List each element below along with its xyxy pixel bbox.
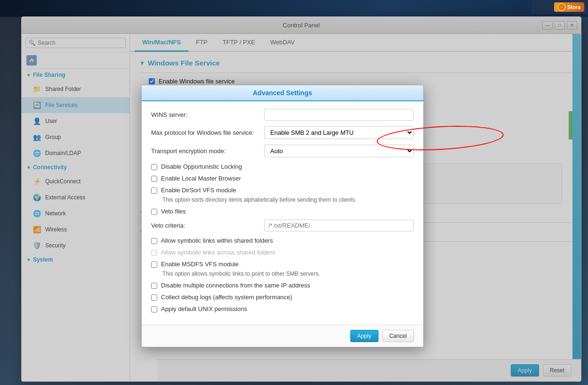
disable-opportunistic-locking-checkbox[interactable] — [151, 164, 157, 170]
wins-server-row: WINS server: — [151, 109, 414, 121]
disable-multiple-connections-label: Disable multiple connections from the sa… — [161, 282, 310, 289]
collect-debug-logs-checkbox[interactable] — [151, 295, 157, 301]
disable-opportunistic-locking-row: Disable Opportunistic Locking — [151, 163, 414, 170]
allow-symlinks-shared-label: Allow symbolic links within shared folde… — [161, 237, 273, 244]
allow-symlinks-shared-row: Allow symbolic links within shared folde… — [151, 237, 414, 244]
dialog-apply-button[interactable]: Apply — [350, 330, 379, 342]
dialog-title: Advanced Settings — [253, 89, 312, 97]
dirsort-note: This option sorts directory items alphab… — [151, 197, 414, 203]
desktop: Stora Control Panel — □ ✕ — [0, 0, 588, 385]
transport-encryption-label: Transport encryption mode: — [151, 147, 264, 155]
max-protocol-label: Max protocol for Windows file service: — [151, 129, 264, 136]
allow-symlinks-across-label: Allow symbolic links across shared folde… — [161, 249, 275, 256]
transport-encryption-select[interactable]: Auto Disabled Required — [264, 145, 414, 157]
wins-server-input[interactable] — [264, 109, 414, 121]
disable-multiple-connections-checkbox[interactable] — [151, 283, 157, 289]
max-protocol-select[interactable]: Enable SMB 1 only Enable SMB 2 and Large… — [264, 126, 414, 139]
enable-msdfs-row: Enable MSDFS VFS module — [151, 261, 414, 268]
apply-unix-permissions-label: Apply default UNIX permissions — [161, 305, 247, 312]
allow-symlinks-across-checkbox — [151, 250, 157, 256]
apply-unix-permissions-checkbox[interactable] — [151, 306, 157, 312]
enable-msdfs-checkbox[interactable] — [151, 262, 157, 268]
disable-multiple-connections-row: Disable multiple connections from the sa… — [151, 282, 414, 289]
storage-badge: Stora — [554, 2, 584, 12]
enable-dirsort-row: Enable DirSort VFS module — [151, 187, 414, 194]
transport-encryption-row: Transport encryption mode: Auto Disabled… — [151, 145, 414, 157]
advanced-settings-dialog: Advanced Settings WINS server: Max proto… — [141, 85, 424, 347]
msdfs-note: This option allows symbolic links to poi… — [151, 270, 414, 277]
dialog-cancel-button[interactable]: Cancel — [382, 330, 414, 342]
apply-unix-permissions-row: Apply default UNIX permissions — [151, 305, 414, 312]
veto-criteria-label: Veto criteria: — [151, 222, 264, 229]
enable-dirsort-label: Enable DirSort VFS module — [161, 187, 236, 194]
max-protocol-row: Max protocol for Windows file service: E… — [151, 126, 414, 139]
veto-files-checkbox[interactable] — [151, 209, 157, 215]
veto-criteria-row: Veto criteria: — [151, 220, 414, 231]
disable-opportunistic-locking-label: Disable Opportunistic Locking — [161, 163, 242, 170]
veto-criteria-input[interactable] — [264, 220, 414, 231]
collect-debug-logs-row: Collect debug logs (affects system perfo… — [151, 294, 414, 301]
veto-files-row: Veto files — [151, 208, 414, 215]
storage-label: Stora — [567, 4, 580, 10]
allow-symlinks-across-row: Allow symbolic links across shared folde… — [151, 249, 414, 256]
storage-icon — [558, 3, 565, 11]
veto-files-label: Veto files — [161, 208, 186, 215]
dialog-body: WINS server: Max protocol for Windows fi… — [142, 101, 423, 325]
allow-symlinks-shared-checkbox[interactable] — [151, 238, 157, 244]
enable-dirsort-checkbox[interactable] — [151, 188, 157, 194]
enable-local-master-browser-row: Enable Local Master Browser — [151, 175, 414, 182]
enable-msdfs-label: Enable MSDFS VFS module — [161, 261, 239, 268]
collect-debug-logs-label: Collect debug logs (affects system perfo… — [161, 294, 292, 301]
taskbar-top: Stora — [532, 0, 588, 14]
dialog-footer: Apply Cancel — [142, 325, 423, 347]
dialog-title-bar: Advanced Settings — [142, 85, 423, 101]
enable-local-master-browser-label: Enable Local Master Browser — [161, 175, 241, 182]
enable-local-master-browser-checkbox[interactable] — [151, 176, 157, 182]
wins-server-label: WINS server: — [151, 111, 264, 118]
